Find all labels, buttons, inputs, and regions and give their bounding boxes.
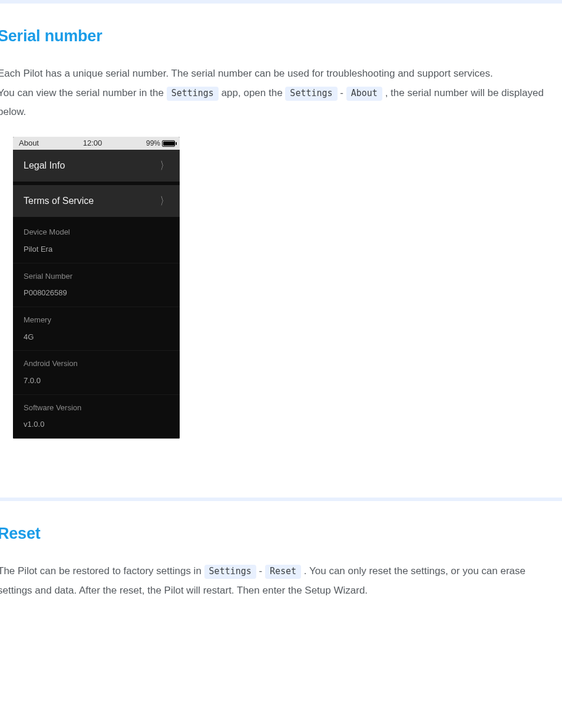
info-value: 4G (24, 330, 169, 345)
text-separator: - (340, 87, 346, 98)
menu-item-legal-info[interactable]: Legal Info 〉 (13, 150, 180, 182)
menu-label: Terms of Service (24, 192, 94, 210)
info-label: Device Model (24, 225, 169, 240)
status-battery: 99% (146, 137, 175, 150)
serial-number-intro: Each Pilot has a unique serial number. T… (0, 64, 562, 83)
device-info-block: Device Model Pilot Era Serial Number P00… (13, 217, 180, 439)
menu-item-terms-of-service[interactable]: Terms of Service 〉 (13, 185, 180, 217)
serial-number-instructions: You can view the serial number in the Se… (0, 84, 562, 122)
text-fragment: The Pilot can be restored to factory set… (0, 565, 204, 577)
about-code: About (346, 87, 382, 101)
chevron-right-icon: 〉 (160, 156, 168, 176)
text-fragment: app, open the (222, 87, 286, 98)
info-row-serial-number: Serial Number P008026589 (13, 263, 180, 307)
info-value: P008026589 (24, 286, 169, 301)
chevron-right-icon: 〉 (160, 191, 168, 211)
info-value: 7.0.0 (24, 374, 169, 388)
battery-icon (162, 140, 175, 147)
menu-label: Legal Info (24, 157, 65, 174)
info-label: Serial Number (24, 269, 169, 284)
status-bar: About 12:00 99% (13, 137, 180, 150)
info-row-software-version: Software Version v1.0.0 (13, 395, 180, 439)
info-label: Software Version (24, 401, 169, 416)
text-fragment: You can view the serial number in the (0, 87, 167, 98)
info-value: Pilot Era (24, 242, 169, 257)
reset-heading: Reset (0, 519, 562, 549)
reset-instructions: The Pilot can be restored to factory set… (0, 562, 562, 600)
serial-number-heading: Serial number (0, 21, 562, 51)
status-title: About (19, 137, 39, 150)
status-time: 12:00 (83, 137, 103, 150)
reset-code: Reset (265, 565, 301, 579)
info-value: v1.0.0 (24, 417, 169, 432)
settings-code: Settings (204, 565, 256, 579)
battery-percent: 99% (146, 137, 160, 150)
info-label: Memery (24, 313, 169, 328)
text-separator: - (259, 565, 265, 577)
settings-code: Settings (167, 87, 219, 101)
info-row-android-version: Android Version 7.0.0 (13, 351, 180, 394)
info-label: Android Version (24, 357, 169, 371)
info-row-device-model: Device Model Pilot Era (13, 219, 180, 263)
device-screenshot: About 12:00 99% Legal Info 〉 Terms of Se… (13, 137, 180, 439)
info-row-memory: Memery 4G (13, 307, 180, 351)
settings-code: Settings (285, 87, 337, 101)
